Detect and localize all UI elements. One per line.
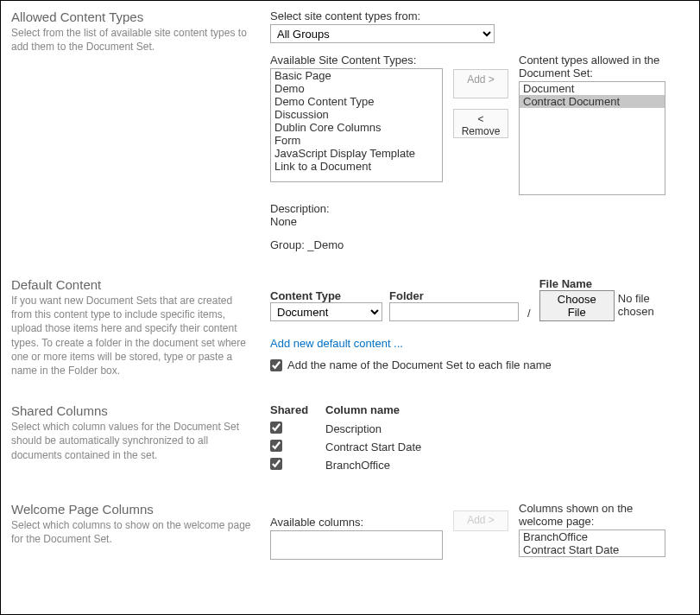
table-row: BranchOffice bbox=[270, 458, 689, 472]
path-slash: / bbox=[526, 307, 533, 321]
table-row: Contract Start Date bbox=[270, 440, 689, 454]
shared-header-shared: Shared bbox=[270, 403, 325, 416]
list-item[interactable]: Link to a Document bbox=[271, 160, 442, 173]
shown-columns-label: Columns shown on the welcome page: bbox=[519, 502, 674, 528]
section-shared-columns: Shared Columns Select which column value… bbox=[11, 403, 689, 476]
column-name: BranchOffice bbox=[325, 459, 390, 472]
default-content-title: Default Content bbox=[11, 277, 253, 292]
welcome-desc: Select which columns to show on the welc… bbox=[11, 518, 253, 546]
file-name-header: File Name bbox=[539, 277, 689, 290]
folder-header: Folder bbox=[389, 289, 519, 302]
groups-dropdown[interactable]: All Groups bbox=[270, 24, 495, 43]
available-columns-label: Available columns: bbox=[270, 516, 443, 529]
list-item[interactable]: BranchOffice bbox=[520, 530, 665, 543]
content-type-select[interactable]: Document bbox=[270, 302, 382, 321]
choose-file-button[interactable]: Choose File bbox=[539, 290, 615, 321]
allowed-desc: Select from the list of available site c… bbox=[11, 26, 253, 54]
default-content-desc: If you want new Document Sets that are c… bbox=[11, 294, 253, 377]
description-label: Description: bbox=[270, 202, 689, 215]
list-item[interactable]: Discussion bbox=[271, 108, 442, 121]
available-columns-list[interactable] bbox=[270, 530, 443, 560]
add-button[interactable]: Add > bbox=[453, 69, 508, 98]
remove-button[interactable]: < Remove bbox=[453, 109, 508, 138]
available-label: Available Site Content Types: bbox=[270, 54, 443, 67]
list-item[interactable]: JavaScript Display Template bbox=[271, 147, 442, 160]
list-item[interactable]: Document bbox=[520, 82, 665, 95]
list-item[interactable]: Contract Document bbox=[520, 95, 665, 108]
shared-checkbox[interactable] bbox=[270, 440, 282, 452]
add-default-content-link[interactable]: Add new default content ... bbox=[270, 337, 403, 350]
group-label: Group: _Demo bbox=[270, 238, 689, 251]
section-default-content: Default Content If you want new Document… bbox=[11, 277, 689, 377]
shared-checkbox[interactable] bbox=[270, 458, 282, 470]
list-item[interactable]: Demo Content Type bbox=[271, 95, 442, 108]
table-row: Description bbox=[270, 422, 689, 436]
allowed-title: Allowed Content Types bbox=[11, 10, 253, 24]
add-name-checkbox[interactable] bbox=[270, 359, 282, 371]
list-item[interactable]: Basic Page bbox=[271, 69, 442, 82]
section-allowed-content-types: Allowed Content Types Select from the li… bbox=[11, 10, 689, 251]
add-name-label: Add the name of the Document Set to each… bbox=[287, 358, 552, 371]
shown-columns-list[interactable]: BranchOfficeContract Start Date bbox=[519, 529, 665, 557]
content-type-header: Content Type bbox=[270, 289, 382, 302]
shared-checkbox[interactable] bbox=[270, 422, 282, 434]
list-item[interactable]: Contract Start Date bbox=[520, 543, 665, 556]
shared-columns-title: Shared Columns bbox=[11, 403, 253, 418]
welcome-add-button[interactable]: Add > bbox=[453, 510, 508, 531]
description-value: None bbox=[270, 215, 689, 228]
list-item[interactable]: Dublin Core Columns bbox=[271, 121, 442, 134]
list-item[interactable]: Form bbox=[271, 134, 442, 147]
column-name: Description bbox=[325, 422, 382, 435]
column-name: Contract Start Date bbox=[325, 441, 421, 453]
file-status: No file chosen bbox=[615, 292, 689, 320]
folder-input[interactable] bbox=[389, 302, 519, 321]
available-content-types-list[interactable]: Basic PageDemoDemo Content TypeDiscussio… bbox=[270, 68, 443, 182]
shared-columns-desc: Select which column values for the Docum… bbox=[11, 420, 253, 462]
list-item[interactable]: Demo bbox=[271, 82, 442, 95]
select-from-label: Select site content types from: bbox=[270, 10, 689, 22]
shared-header-column-name: Column name bbox=[325, 403, 400, 416]
allowed-content-types-list[interactable]: DocumentContract Document bbox=[519, 81, 665, 195]
allowed-in-set-label: Content types allowed in the Document Se… bbox=[519, 54, 665, 79]
welcome-title: Welcome Page Columns bbox=[11, 502, 253, 517]
section-welcome-page-columns: Welcome Page Columns Select which column… bbox=[11, 502, 689, 560]
